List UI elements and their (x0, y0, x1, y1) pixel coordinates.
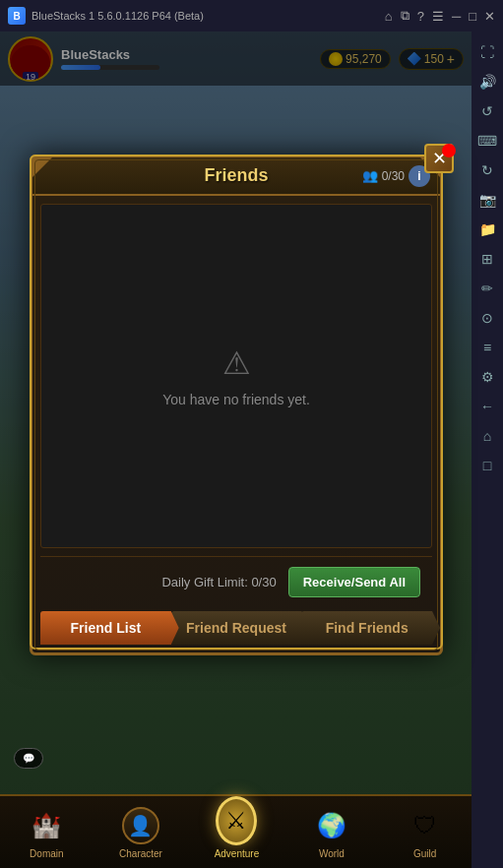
tab-friend-list[interactable]: Friend List (40, 611, 171, 645)
menu-icon[interactable]: ☰ (432, 9, 444, 24)
bluestacks-title: BlueStacks 1 5.6.0.1126 P64 (Beta) (31, 10, 204, 22)
window-controls: ⌂ ⧉ ? ☰ ─ □ ✕ (385, 8, 495, 24)
bottom-nav: 🏰 Domain 👤 Character ⚔ Adventure 🌍 World… (0, 794, 472, 868)
sidebar-volume-icon[interactable]: 🔊 (474, 69, 500, 94)
sidebar-fullscreen-icon[interactable]: ⛶ (474, 39, 500, 65)
sidebar-refresh-icon[interactable]: ↺ (474, 98, 500, 124)
nav-world[interactable]: 🌍 World (311, 805, 352, 859)
minimize-icon[interactable]: ─ (452, 9, 461, 24)
friends-tabs: Friend List Friend Request Find Friends (32, 611, 440, 652)
tab-find-friends[interactable]: Find Friends (301, 611, 432, 645)
people-icon: 👥 (362, 168, 378, 183)
empty-state-text: You have no friends yet. (162, 392, 310, 407)
nav-guild[interactable]: 🛡 Guild (405, 805, 446, 859)
sidebar-home-icon[interactable]: ⌂ (474, 423, 500, 449)
friends-modal: ✕ Friends 👥 0/30 i ⚠ You have no friends… (30, 155, 443, 655)
modal-overlay[interactable]: ✕ Friends 👥 0/30 i ⚠ You have no friends… (0, 31, 472, 868)
sidebar-square-icon[interactable]: □ (474, 453, 500, 478)
corner-ornament-tl (32, 157, 52, 177)
nav-character[interactable]: 👤 Character (119, 805, 162, 859)
daily-gift-limit: Daily Gift Limit: 0/30 (161, 575, 276, 589)
home-icon[interactable]: ⌂ (385, 9, 393, 24)
receive-send-all-button[interactable]: Receive/Send All (288, 567, 420, 597)
nav-character-label: Character (119, 848, 162, 859)
nav-adventure-label: Adventure (215, 848, 260, 859)
tab-friend-request[interactable]: Friend Request (171, 611, 302, 645)
friends-count-text: 0/30 (382, 169, 405, 183)
guild-icon-wrap: 🛡 (405, 805, 446, 846)
nav-guild-label: Guild (413, 848, 436, 859)
sidebar-keyboard-icon[interactable]: ⌨ (474, 128, 500, 154)
sidebar-camera-icon[interactable]: 📷 (474, 187, 500, 213)
bluestacks-topbar: B BlueStacks 1 5.6.0.1126 P64 (Beta) ⌂ ⧉… (0, 0, 503, 31)
multi-instance-icon[interactable]: ⧉ (401, 8, 409, 24)
maximize-icon[interactable]: □ (469, 9, 476, 24)
bluestacks-right-sidebar: ⛶ 🔊 ↺ ⌨ ↻ 📷 📁 ⊞ ✏ ⊙ ≡ ⚙ ← ⌂ □ (472, 31, 503, 868)
domain-icon-wrap: 🏰 (26, 805, 67, 846)
close-badge (442, 144, 456, 157)
chat-bubble[interactable]: 💬 (14, 748, 43, 769)
adventure-icon: ⚔ (216, 796, 257, 845)
sidebar-location-icon[interactable]: ⊙ (474, 305, 500, 331)
help-icon[interactable]: ? (417, 9, 424, 24)
character-icon: 👤 (122, 807, 159, 844)
sidebar-settings-icon[interactable]: ⚙ (474, 364, 500, 390)
character-icon-wrap: 👤 (120, 805, 161, 846)
friends-count: 👥 0/30 (362, 168, 405, 183)
nav-domain[interactable]: 🏰 Domain (26, 805, 67, 859)
sidebar-folder-icon[interactable]: 📁 (474, 217, 500, 242)
world-icon: 🌍 (317, 812, 346, 839)
sidebar-tools-icon[interactable]: ✏ (474, 276, 500, 301)
nav-domain-label: Domain (30, 848, 63, 859)
guild-icon: 🛡 (413, 812, 437, 839)
sidebar-back-icon[interactable]: ← (474, 394, 500, 419)
modal-titlebar: Friends 👥 0/30 i (32, 157, 440, 196)
close-window-icon[interactable]: ✕ (484, 9, 495, 24)
sidebar-resize-icon[interactable]: ⊞ (474, 246, 500, 272)
nav-adventure[interactable]: ⚔ Adventure (215, 805, 260, 859)
friends-list-body: ⚠ You have no friends yet. (40, 204, 432, 548)
adventure-icon-wrap: ⚔ (216, 805, 257, 846)
gift-area: Daily Gift Limit: 0/30 Receive/Send All (40, 556, 432, 607)
sidebar-rotate-icon[interactable]: ↻ (474, 157, 500, 183)
nav-world-label: World (319, 848, 345, 859)
world-icon-wrap: 🌍 (311, 805, 352, 846)
modal-title: Friends (204, 165, 268, 186)
empty-state-icon: ⚠ (222, 344, 251, 382)
sidebar-layers-icon[interactable]: ≡ (474, 335, 500, 360)
domain-icon: 🏰 (31, 812, 61, 839)
bluestacks-logo: B (8, 7, 26, 25)
